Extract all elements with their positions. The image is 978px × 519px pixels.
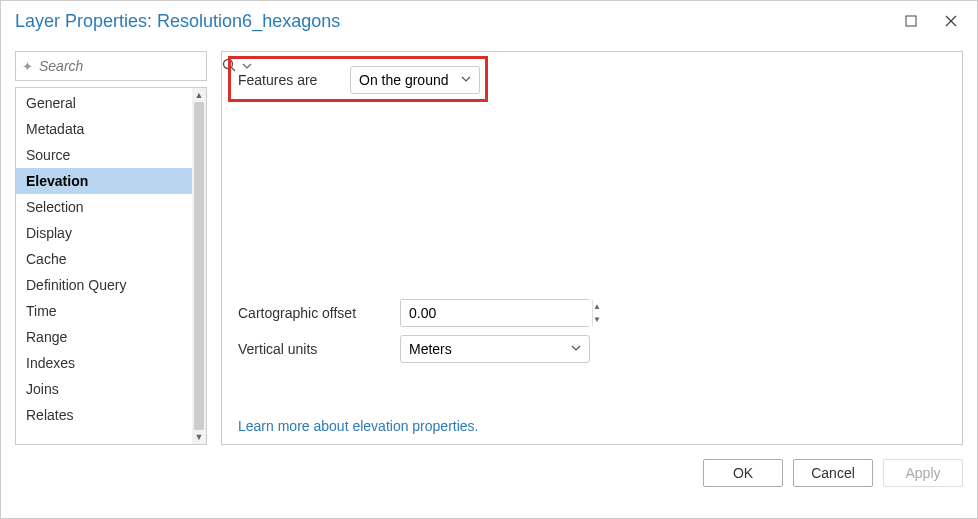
chevron-down-icon [571,343,581,355]
search-box[interactable]: ✦ [15,51,207,81]
nav-item-cache[interactable]: Cache [16,246,192,272]
spinner-down-icon[interactable]: ▼ [593,313,601,326]
footer: OK Cancel Apply [1,451,977,499]
nav-item-metadata[interactable]: Metadata [16,116,192,142]
search-input[interactable] [39,58,216,74]
units-label: Vertical units [238,341,378,357]
chevron-down-icon [461,74,471,86]
close-button[interactable] [931,1,971,41]
nav-item-time[interactable]: Time [16,298,192,324]
offset-label: Cartographic offset [238,305,378,321]
learn-more-link[interactable]: Learn more about elevation properties. [238,418,946,434]
main-panel: Features are On the ground Cartographic … [221,51,963,445]
scroll-down-icon[interactable]: ▼ [195,432,204,442]
units-value: Meters [409,341,452,357]
offset-input[interactable]: ▲ ▼ [400,299,590,327]
spinner-up-icon[interactable]: ▲ [593,300,601,313]
nav-item-general[interactable]: General [16,90,192,116]
nav-item-elevation[interactable]: Elevation [16,168,192,194]
scroll-up-icon[interactable]: ▲ [195,90,204,100]
nav-item-selection[interactable]: Selection [16,194,192,220]
maximize-icon [905,15,917,27]
sparkle-icon: ✦ [22,59,33,74]
sidebar: ✦ GeneralMetadataSourceElevationSelectio… [15,51,207,445]
titlebar: Layer Properties: Resolution6_hexagons [1,1,977,41]
nav-item-display[interactable]: Display [16,220,192,246]
ok-button[interactable]: OK [703,459,783,487]
nav-item-relates[interactable]: Relates [16,402,192,428]
features-are-select[interactable]: On the ground [350,66,480,94]
maximize-button[interactable] [891,1,931,41]
features-are-value: On the ground [359,72,449,88]
nav-item-range[interactable]: Range [16,324,192,350]
svg-rect-0 [906,16,916,26]
nav-item-indexes[interactable]: Indexes [16,350,192,376]
scrollbar[interactable]: ▲ ▼ [192,88,206,444]
window-title: Layer Properties: Resolution6_hexagons [15,11,891,32]
apply-button[interactable]: Apply [883,459,963,487]
close-icon [945,15,957,27]
offset-value[interactable] [401,300,592,326]
nav-item-source[interactable]: Source [16,142,192,168]
features-are-label: Features are [238,72,328,88]
nav-item-definition-query[interactable]: Definition Query [16,272,192,298]
units-select[interactable]: Meters [400,335,590,363]
nav-list: GeneralMetadataSourceElevationSelectionD… [16,88,192,444]
nav-item-joins[interactable]: Joins [16,376,192,402]
cancel-button[interactable]: Cancel [793,459,873,487]
scroll-thumb[interactable] [194,102,204,430]
